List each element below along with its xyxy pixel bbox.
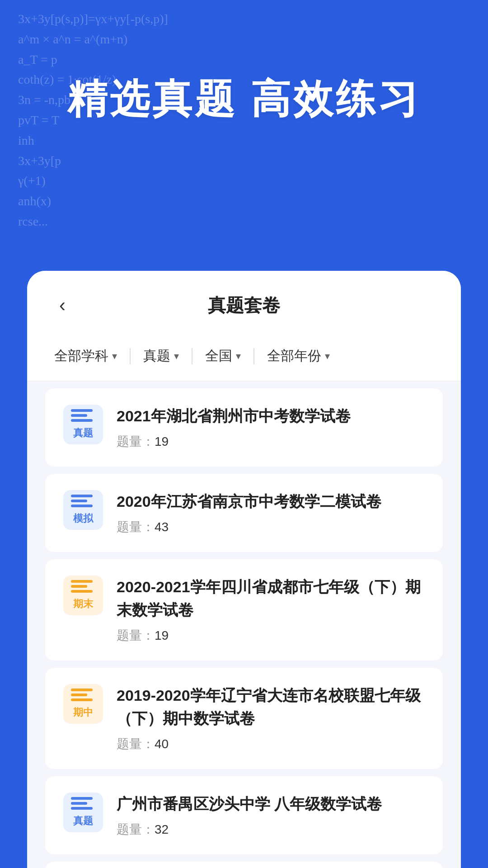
item-meta-1: 题量：43 [117, 519, 425, 536]
hero-title: 精选真题 高效练习 [0, 0, 488, 126]
item-title-2: 2020-2021学年四川省成都市七年级（下）期末数学试卷 [117, 576, 425, 622]
filter-year-label: 全部年份 [267, 347, 321, 365]
icon-line [71, 807, 93, 810]
filter-region[interactable]: 全国 ▾ [196, 342, 250, 370]
list-item[interactable]: 期末 2020-2021学年四川省成都市七年级（下）期末数学试卷 题量：19 [45, 559, 443, 660]
item-icon-2: 期末 [63, 576, 103, 615]
filter-year-arrow: ▾ [325, 350, 330, 362]
filter-type-arrow: ▾ [174, 350, 179, 362]
icon-line [71, 802, 87, 805]
filter-type-label: 真题 [143, 347, 170, 365]
item-meta-0: 题量：19 [117, 433, 425, 450]
item-title-3: 2019-2020学年辽宁省大连市名校联盟七年级（下）期中数学试卷 [117, 684, 425, 730]
icon-line [71, 689, 93, 691]
main-card: ‹ 真题套卷 全部学科 ▾ 真题 ▾ 全国 ▾ 全部年份 ▾ [27, 271, 461, 868]
icon-line [71, 419, 93, 422]
list-item[interactable]: 期中 2019-2020学年辽宁省大连市名校联盟七年级（下）期中数学试卷 题量：… [45, 668, 443, 769]
filter-subject-label: 全部学科 [54, 347, 108, 365]
icon-line [71, 500, 87, 502]
icon-label-0: 真题 [73, 426, 93, 440]
icon-lines-1 [71, 495, 95, 507]
item-title-0: 2021年湖北省荆州市中考数学试卷 [117, 405, 425, 428]
item-content-3: 2019-2020学年辽宁省大连市名校联盟七年级（下）期中数学试卷 题量：40 [117, 684, 425, 753]
icon-line [71, 590, 93, 593]
item-content-4: 广州市番禺区沙头中学 八年级数学试卷 题量：32 [117, 793, 425, 838]
icon-lines-2 [71, 580, 95, 593]
list-item[interactable]: 真题 2021年湖北省荆州市中考数学试卷 题量：19 [45, 388, 443, 467]
filter-type[interactable]: 真题 ▾ [134, 342, 188, 370]
item-title-4: 广州市番禺区沙头中学 八年级数学试卷 [117, 793, 425, 816]
list-item[interactable]: 真题 广州市番禺区沙头中学 八年级数学试卷 题量：32 [45, 776, 443, 854]
filter-subject[interactable]: 全部学科 ▾ [45, 342, 126, 370]
icon-line [71, 698, 93, 701]
item-icon-3: 期中 [63, 684, 103, 724]
icon-line [71, 495, 93, 497]
icon-line [71, 585, 87, 588]
icon-line [71, 409, 93, 412]
list-item[interactable]: 真题 2021年福建省厦门市中考数学二检试卷 [45, 862, 443, 868]
back-icon: ‹ [59, 294, 66, 316]
icon-label-4: 真题 [73, 814, 93, 828]
item-content-0: 2021年湖北省荆州市中考数学试卷 题量：19 [117, 405, 425, 450]
card-header: ‹ 真题套卷 [27, 271, 461, 331]
filter-bar: 全部学科 ▾ 真题 ▾ 全国 ▾ 全部年份 ▾ [27, 331, 461, 381]
icon-line [71, 797, 93, 800]
item-title-1: 2020年江苏省南京市中考数学二模试卷 [117, 490, 425, 513]
icon-lines-0 [71, 409, 95, 422]
icon-line [71, 580, 93, 583]
item-meta-4: 题量：32 [117, 821, 425, 838]
filter-region-arrow: ▾ [236, 350, 241, 362]
item-content-1: 2020年江苏省南京市中考数学二模试卷 题量：43 [117, 490, 425, 536]
item-icon-4: 真题 [63, 793, 103, 832]
icon-lines-4 [71, 797, 95, 810]
icon-label-2: 期末 [73, 597, 93, 611]
exam-list: 真题 2021年湖北省荆州市中考数学试卷 题量：19 模拟 2020年江苏省南京… [27, 381, 461, 868]
item-icon-0: 真题 [63, 405, 103, 444]
icon-line [71, 414, 87, 417]
icon-line [71, 505, 93, 507]
filter-divider-2 [192, 348, 192, 364]
icon-label-1: 模拟 [73, 512, 93, 525]
filter-divider-3 [253, 348, 254, 364]
icon-lines-3 [71, 689, 95, 701]
item-meta-3: 题量：40 [117, 736, 425, 753]
item-meta-2: 题量：19 [117, 627, 425, 644]
page-title: 真题套卷 [75, 293, 413, 318]
filter-subject-arrow: ▾ [112, 350, 117, 362]
item-icon-1: 模拟 [63, 490, 103, 530]
filter-year[interactable]: 全部年份 ▾ [258, 342, 339, 370]
list-item[interactable]: 模拟 2020年江苏省南京市中考数学二模试卷 题量：43 [45, 474, 443, 552]
filter-divider-1 [130, 348, 131, 364]
filter-region-label: 全国 [205, 347, 232, 365]
icon-line [71, 693, 87, 696]
back-button[interactable]: ‹ [50, 292, 75, 318]
icon-label-3: 期中 [73, 706, 93, 719]
item-content-2: 2020-2021学年四川省成都市七年级（下）期末数学试卷 题量：19 [117, 576, 425, 644]
